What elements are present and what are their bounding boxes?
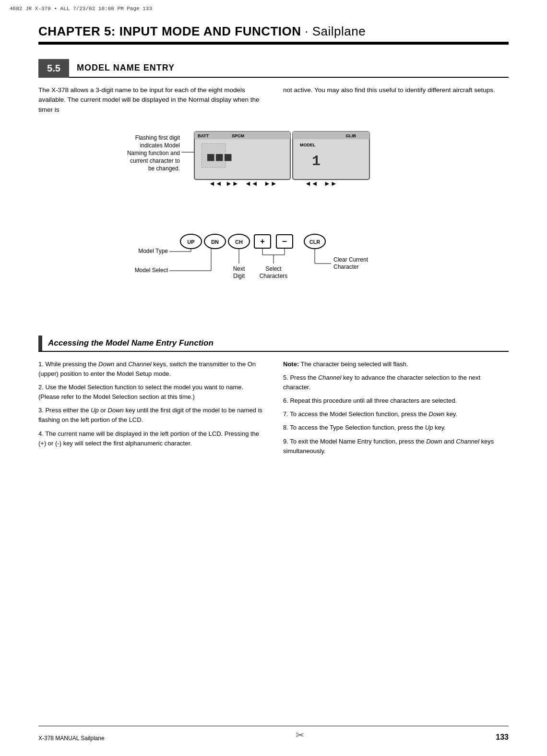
step-8: 8. To access the Type Selection function… xyxy=(283,423,509,432)
lcd-digit-char: ■■■ xyxy=(206,150,232,166)
chapter-title-bold: CHAPTER 5: INPUT MODE AND FUNCTION xyxy=(38,24,301,38)
step-6: 6. Repeat this procedure until all three… xyxy=(283,396,509,406)
lcd-right-nav-right: ►► xyxy=(324,180,337,187)
step-2: 2. Use the Model Selection function to s… xyxy=(38,383,264,402)
step-7: 7. To access the Model Selection functio… xyxy=(283,409,509,419)
step-1: 1. While pressing the Down and Channel k… xyxy=(38,360,264,379)
step-5: 5. Press the Channel key to advance the … xyxy=(283,373,509,392)
section-header: 5.5 MODEL NAME ENTRY xyxy=(38,59,509,78)
steps-left: 1. While pressing the Down and Channel k… xyxy=(38,360,264,460)
model-type-label: Model Type xyxy=(138,248,168,254)
lcd-diagram-svg: Flashing first digit indicates Model Nam… xyxy=(106,129,441,206)
lcd-nav-left2: ◄◄ xyxy=(245,180,258,187)
lcd-nav-right: ►► xyxy=(226,180,239,187)
step-3: 3. Press either the Up or Down key until… xyxy=(38,406,264,425)
button-diagram-container: Model Type Model Select UP DN CH xyxy=(38,220,509,316)
footer-left: X-378 MANUAL Sailplane xyxy=(38,735,105,742)
clear-current-label: Clear Current xyxy=(333,256,369,263)
lcd-spcm-label: SPCM xyxy=(232,133,244,138)
subsection-title: Accessing the Model Name Entry Function xyxy=(48,336,214,351)
lcd-top-bar-right xyxy=(293,132,369,139)
section-title-box: MODEL NAME ENTRY xyxy=(69,59,509,78)
lcd-label-line2: indicates Model xyxy=(140,142,180,149)
lcd-label-line1: Flashing first digit xyxy=(135,134,180,141)
section-number: 5.5 xyxy=(38,59,69,78)
next-digit-label2: Digit xyxy=(233,273,245,279)
select-chars-label: Select xyxy=(265,265,282,272)
lcd-label-line4: current character to xyxy=(130,157,180,164)
lcd-diagram-container: Flashing first digit indicates Model Nam… xyxy=(38,129,509,206)
chapter-rule xyxy=(38,42,509,45)
crop-mark: 4682 JR X-378 • ALL 7/23/02 10:08 PM Pag… xyxy=(10,6,537,12)
lcd-nav-left: ◄◄ xyxy=(209,180,222,187)
lcd-right-digit: 1 xyxy=(312,153,321,169)
plus-label: + xyxy=(260,237,264,245)
up-label: UP xyxy=(187,239,194,245)
footer-scissors: ✂ xyxy=(296,729,304,742)
steps-container: 1. While pressing the Down and Channel k… xyxy=(38,360,509,460)
lcd-batt-label: BATT xyxy=(198,133,209,138)
next-digit-label: Next xyxy=(233,265,245,272)
lcd-nav-right2: ►► xyxy=(264,180,277,187)
page-container: 4682 JR X-378 • ALL 7/23/02 10:08 PM Pag… xyxy=(0,0,547,756)
intro-text-right: not active. You may also find this usefu… xyxy=(283,85,509,115)
step-9: 9. To exit the Model Name Entry function… xyxy=(283,437,509,456)
chapter-header: CHAPTER 5: INPUT MODE AND FUNCTION · Sai… xyxy=(38,24,509,39)
ch-label: CH xyxy=(235,239,243,245)
subsection-marker xyxy=(38,336,42,351)
clear-character-label: Character xyxy=(333,264,359,270)
crop-mark-text: 4682 JR X-378 • ALL 7/23/02 10:08 PM Pag… xyxy=(10,6,152,12)
lcd-model-label: MODEL xyxy=(300,143,316,147)
chapter-title: CHAPTER 5: INPUT MODE AND FUNCTION · Sai… xyxy=(38,24,509,39)
lcd-right-nav-left: ◄◄ xyxy=(305,180,318,187)
lcd-glib-label: GLIB xyxy=(346,133,357,138)
chapter-title-normal: · Sailplane xyxy=(301,24,366,38)
button-diagram-svg: Model Type Model Select UP DN CH xyxy=(106,220,441,316)
intro-text: The X-378 allows a 3-digit name to be in… xyxy=(38,85,509,115)
footer-page-number: 133 xyxy=(496,733,509,742)
steps-right: Note: The character being selected will … xyxy=(283,360,509,460)
intro-text-left: The X-378 allows a 3-digit name to be in… xyxy=(38,85,264,115)
subsection-header: Accessing the Model Name Entry Function xyxy=(38,336,509,352)
dn-label: DN xyxy=(211,239,219,245)
lcd-label-line5: be changed. xyxy=(148,165,180,172)
section-title: MODEL NAME ENTRY xyxy=(77,63,175,73)
lcd-label-line3: Naming function and xyxy=(127,150,180,156)
step-note: Note: The character being selected will … xyxy=(283,360,509,369)
step-4: 4. The current name will be displayed in… xyxy=(38,429,264,448)
model-select-label: Model Select xyxy=(135,267,168,274)
page-footer: X-378 MANUAL Sailplane ✂ 133 xyxy=(38,726,509,742)
minus-label: – xyxy=(282,236,287,246)
select-chars-label2: Characters xyxy=(260,273,288,279)
main-content: CHAPTER 5: INPUT MODE AND FUNCTION · Sai… xyxy=(0,0,547,489)
clr-label: CLR xyxy=(309,239,321,245)
